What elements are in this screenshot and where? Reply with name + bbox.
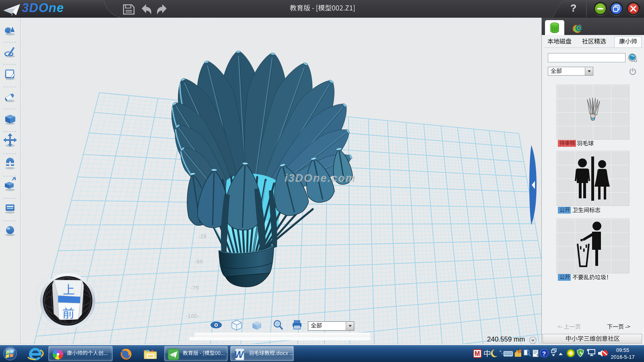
svg-text:?: ? [542,350,546,357]
svg-text:M: M [475,350,480,357]
svg-text:°,: °, [500,350,502,354]
